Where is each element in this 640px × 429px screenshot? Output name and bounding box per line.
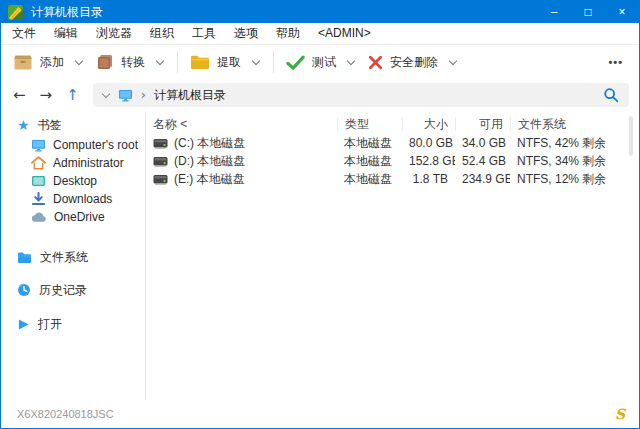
hard-drive-icon	[153, 137, 168, 150]
navigation-bar: ← → ↑ › 计算机根目录	[1, 79, 639, 111]
add-label: 添加	[40, 54, 64, 71]
red-x-icon	[368, 55, 383, 70]
status-bar: X6X820240818JSC S	[1, 400, 639, 428]
secure-delete-label: 安全删除	[390, 54, 438, 71]
sidebar-item-computers-root[interactable]: Computer's root	[1, 136, 145, 154]
drive-size: 1.8 TB	[402, 172, 455, 186]
menu-item-options[interactable]: 选项	[225, 23, 267, 44]
file-list-panel: 名称 < 类型 大小 可用 文件系统 (C:) 本地磁盘 本地磁盘 8	[146, 111, 639, 400]
column-header-name[interactable]: 名称 <	[146, 117, 337, 131]
sidebar-item-label: 打开	[38, 316, 62, 333]
breadcrumb-separator: ›	[141, 87, 146, 102]
chevron-down-icon[interactable]	[156, 56, 164, 64]
column-header-size[interactable]: 大小	[402, 117, 455, 131]
play-icon	[17, 318, 30, 331]
menu-item-edit[interactable]: 编辑	[45, 23, 87, 44]
brand-logo-icon: S	[615, 407, 625, 421]
sidebar: ★ 书签 Computer's root Administrator	[1, 111, 146, 400]
breadcrumb[interactable]: 计算机根目录	[154, 87, 226, 104]
test-button[interactable]: 测试	[280, 50, 362, 75]
sidebar-item-filesystem[interactable]: 文件系统	[1, 246, 145, 268]
up-button[interactable]: ↑	[66, 86, 79, 104]
back-button[interactable]: ←	[13, 86, 26, 104]
drive-name: (D:) 本地磁盘	[174, 153, 245, 170]
menu-item-organize[interactable]: 组织	[141, 23, 183, 44]
extract-button[interactable]: 提取	[184, 50, 267, 75]
extract-folder-icon	[190, 54, 210, 70]
window-title: 计算机根目录	[31, 4, 103, 21]
sidebar-item-onedrive[interactable]: OneDrive	[1, 208, 145, 226]
menu-item-tools[interactable]: 工具	[183, 23, 225, 44]
convert-label: 转换	[121, 54, 145, 71]
drive-name-cell[interactable]: (E:) 本地磁盘	[146, 171, 337, 188]
sidebar-item-label: 书签	[38, 117, 62, 134]
archive-box-icon	[13, 54, 33, 70]
title-bar: 计算机根目录 – □ ×	[1, 1, 639, 23]
sidebar-item-desktop[interactable]: Desktop	[1, 172, 145, 190]
sidebar-item-administrator[interactable]: Administrator	[1, 154, 145, 172]
chevron-down-icon[interactable]	[449, 56, 457, 64]
column-header-type[interactable]: 类型	[337, 117, 402, 131]
menu-item-admin[interactable]: <ADMIN>	[309, 23, 380, 44]
extract-label: 提取	[217, 54, 241, 71]
desktop-icon	[31, 175, 46, 187]
sidebar-item-bookmarks[interactable]: ★ 书签	[1, 114, 145, 136]
drive-name-cell[interactable]: (D:) 本地磁盘	[146, 153, 337, 170]
chevron-down-icon[interactable]	[252, 56, 260, 64]
app-window: 计算机根目录 – □ × 文件 编辑 浏览器 组织 工具 选项 帮助 <ADMI…	[0, 0, 640, 429]
forward-button[interactable]: →	[40, 86, 53, 104]
drive-filesystem: NTFS, 42% 剩余	[510, 135, 639, 152]
address-bar[interactable]: › 计算机根目录	[93, 83, 629, 107]
add-button[interactable]: 添加	[7, 50, 90, 75]
home-icon	[31, 156, 46, 170]
drive-size: 152.8 GB	[402, 154, 455, 168]
address-dropdown-icon[interactable]	[101, 89, 109, 97]
sidebar-item-label: OneDrive	[54, 210, 105, 224]
test-label: 测试	[312, 54, 336, 71]
hard-drive-icon	[153, 155, 168, 168]
clock-icon	[17, 283, 31, 297]
column-header-free[interactable]: 可用	[455, 117, 510, 131]
minimize-button[interactable]: –	[537, 1, 571, 23]
sidebar-item-label: Desktop	[53, 174, 97, 188]
drive-name-cell[interactable]: (C:) 本地磁盘	[146, 135, 337, 152]
sidebar-item-downloads[interactable]: Downloads	[1, 190, 145, 208]
sidebar-item-open[interactable]: 打开	[1, 313, 145, 335]
sidebar-item-label: Downloads	[53, 192, 112, 206]
secure-delete-button[interactable]: 安全删除	[362, 50, 464, 75]
more-options-button[interactable]: •••	[608, 56, 623, 68]
scrollbar-thumb[interactable]	[629, 116, 633, 156]
sidebar-item-label: Computer's root	[53, 138, 138, 152]
drive-free: 52.4 GB	[455, 154, 510, 168]
drive-type: 本地磁盘	[337, 171, 402, 188]
sidebar-item-label: 文件系统	[40, 249, 88, 266]
table-row[interactable]: (D:) 本地磁盘 本地磁盘 152.8 GB 52.4 GB NTFS, 34…	[146, 152, 639, 170]
cloud-icon	[31, 211, 47, 223]
toolbar-separator	[177, 51, 178, 73]
drive-name: (E:) 本地磁盘	[174, 171, 245, 188]
search-button[interactable]	[603, 87, 619, 103]
menu-item-help[interactable]: 帮助	[267, 23, 309, 44]
sidebar-item-label: Administrator	[53, 156, 124, 170]
star-icon: ★	[17, 118, 30, 132]
convert-button[interactable]: 转换	[90, 49, 171, 75]
sidebar-item-label: 历史记录	[39, 282, 87, 299]
drive-filesystem: NTFS, 34% 剩余	[510, 153, 639, 170]
download-icon	[31, 192, 46, 206]
menu-item-browser[interactable]: 浏览器	[87, 23, 141, 44]
chevron-down-icon[interactable]	[75, 56, 83, 64]
table-row[interactable]: (E:) 本地磁盘 本地磁盘 1.8 TB 234.9 GB NTFS, 12%…	[146, 170, 639, 188]
check-icon	[286, 55, 305, 70]
chevron-down-icon[interactable]	[347, 56, 355, 64]
column-header-filesystem[interactable]: 文件系统	[510, 117, 639, 131]
maximize-button[interactable]: □	[571, 1, 605, 23]
drive-name: (C:) 本地磁盘	[174, 135, 245, 152]
menu-item-file[interactable]: 文件	[3, 23, 45, 44]
table-row[interactable]: (C:) 本地磁盘 本地磁盘 80.0 GB 34.0 GB NTFS, 42%…	[146, 134, 639, 152]
window-controls: – □ ×	[537, 1, 639, 23]
sidebar-item-history[interactable]: 历史记录	[1, 279, 145, 301]
app-logo-icon	[8, 5, 23, 20]
close-button[interactable]: ×	[605, 1, 639, 23]
toolbar: 添加 转换 提取 测试	[1, 45, 639, 79]
drive-size: 80.0 GB	[402, 136, 455, 150]
